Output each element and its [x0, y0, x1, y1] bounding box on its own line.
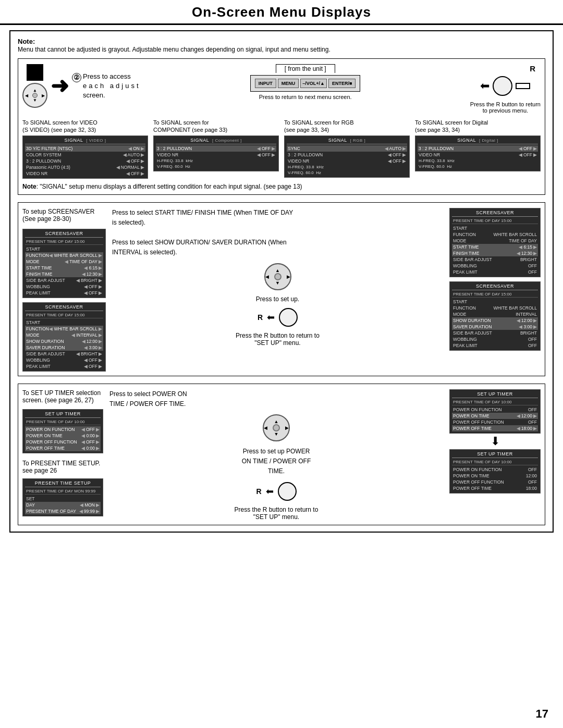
- mini-menu-row: PRESENT TIME OF DAY◀99:99▶: [25, 508, 101, 514]
- down-arrow-icon: ⬇: [491, 436, 500, 447]
- mini-menu-row: SHOW DURATION◀12:00▶: [452, 317, 538, 324]
- present-time-menu-subtitle: PRESENT TIME OF DAY MON 99:99: [25, 488, 101, 495]
- nav-left-group: ▲ ◀ ▶ ▼: [22, 64, 47, 108]
- ss-menu2-subtitle: PRESENT TIME OF DAY 15:00: [25, 312, 103, 318]
- mini-menu-row: PEAK LIMIT◀OFF▶: [25, 363, 103, 369]
- signal-col-digital: To SIGNAL screen for Digital(see page 33…: [415, 119, 541, 171]
- ss-right-menu2-title: SCREENSAVER: [452, 283, 538, 290]
- ss-menu1-title: SCREENSAVER: [25, 231, 103, 238]
- signal-note: Note: "SIGNAL" setup menu displays a dif…: [22, 183, 541, 190]
- mini-menu-row: SAVER DURATION◀3:00▶: [452, 324, 538, 330]
- signal-label-component: To SIGNAL screen forCOMPONENT (see page …: [153, 119, 279, 134]
- page-title: On-Screen Menu Displays: [192, 4, 371, 20]
- ss-menu2-title: SCREENSAVER: [25, 304, 103, 311]
- mini-menu-row: VIDEO NR◀OFF▶: [287, 158, 407, 164]
- mini-menu-freq: H-FREQ. 33.8 kHz: [418, 158, 538, 164]
- mini-menu-title-component: SIGNAL [ Component ]: [156, 138, 276, 144]
- mini-menu-row: START: [452, 225, 538, 231]
- input-button[interactable]: INPUT: [255, 79, 276, 88]
- r-label: R: [530, 64, 535, 73]
- signal-label-digital: To SIGNAL screen for Digital(see page 33…: [415, 119, 541, 134]
- mini-menu-row: VIDEO NR◀OFF▶: [418, 152, 538, 158]
- mini-menu-row: POWER ON FUNCTIONOFF: [452, 406, 538, 413]
- section-timer: To SET UP TIMER selectionscreen. (see pa…: [18, 384, 545, 525]
- timer-press-setup-text: Press to set up POWERON TIME / POWER OFF…: [242, 447, 311, 477]
- r-return-ss-text: Press the R button to return to"SET UP" …: [236, 332, 320, 347]
- menu-button[interactable]: MENU: [278, 79, 299, 88]
- mini-menu-row: START TIME◀6:15▶: [25, 265, 103, 271]
- signal-col-component: To SIGNAL screen forCOMPONENT (see page …: [153, 119, 279, 171]
- press-setup-text: Press to set up.: [256, 295, 299, 303]
- ss-setup-label: To setup SCREENSAVER(See page 28-30): [22, 208, 106, 223]
- ss-center: Press to select START TIME/ FINISH TIME …: [112, 208, 443, 347]
- section-signal: ▲ ◀ ▶ ▼ ➜: [18, 58, 545, 195]
- mini-menu-freq: V-FREQ. 60.0 Hz: [156, 164, 276, 169]
- nav-joystick-icon[interactable]: ▲ ◀ ▶ ▼: [22, 83, 47, 108]
- mini-menu-row: SIDE BAR ADJUST◀BRIGHT▶: [25, 351, 103, 357]
- timer-joystick-icon[interactable]: ▲ ◀ ▶ ▼: [263, 414, 290, 441]
- mini-menu-row: START: [25, 319, 103, 326]
- mini-menu-row: MODE◀INTERVAL▶: [25, 332, 103, 338]
- timer-right-menu2-subtitle: PRESENT TIME OF DAY 10:00: [452, 459, 538, 465]
- mini-menu-row: 3 : 2 PULLDOWN◀OFF▶: [287, 152, 407, 158]
- mini-menu-row: SIDE BAR ADJUST◀BRIGHT▶: [25, 277, 103, 283]
- ss-right-menu2-subtitle: PRESENT TIME OF DAY 15:00: [452, 291, 538, 298]
- mini-menu-row: FINISH TIME◀12:30▶: [25, 271, 103, 277]
- title-bar: On-Screen Menu Displays: [0, 0, 563, 25]
- mini-menu-digital: SIGNAL [ Digital ] 3 : 2 PULLDOWN◀OFF▶ V…: [415, 135, 541, 171]
- present-time-menu-title: PRESENT TIME SETUP: [25, 480, 101, 487]
- mini-menu-freq: V-FREQ. 60.0 Hz: [418, 164, 538, 169]
- mini-menu-row: WOBBLING◀OFF▶: [25, 357, 103, 363]
- arrow-left-ss-icon: ⬅: [267, 312, 275, 323]
- black-square-icon: [27, 64, 43, 81]
- mini-menu-row: 3 : 2 PULLDOWN◀OFF▶: [25, 158, 145, 164]
- timer-right-menu2-title: SET UP TIMER: [452, 451, 538, 458]
- mini-menu-component: SIGNAL [ Component ] 3 : 2 PULLDOWN◀OFF▶…: [153, 135, 279, 171]
- mini-menu-row: 3 : 2 PULLDOWN◀OFF▶: [418, 145, 538, 152]
- mini-menu-row: POWER OFF TIME◀0:00▶: [25, 445, 101, 451]
- timer-right-menus: SET UP TIMER PRESENT TIME OF DAY 10:00 P…: [449, 389, 541, 493]
- section-screensaver: To setup SCREENSAVER(See page 28-30) SCR…: [18, 202, 545, 376]
- timer-right-menu2: SET UP TIMER PRESENT TIME OF DAY 10:00 P…: [449, 449, 541, 493]
- ss-layout: To setup SCREENSAVER(See page 28-30) SCR…: [22, 208, 541, 372]
- mini-menu-row: SIDE BAR ADJUSTBRIGHT: [452, 256, 538, 263]
- mini-menu-row: POWER OFF FUNCTION◀OFF▶: [25, 439, 101, 445]
- main-content: Note: Menu that cannot be adjusted is gr…: [9, 30, 554, 533]
- mini-menu-row: WOBBLINGOFF: [452, 263, 538, 269]
- mini-menu-video: SIGNAL [ VIDEO ] 3D Y/C FILTER (NTSC)◀ON…: [22, 135, 148, 179]
- r-circle-icon[interactable]: [493, 76, 512, 96]
- unit-buttons: INPUT MENU –/VOL+/▲ ENTER/■: [250, 75, 361, 92]
- mini-menu-row: START: [25, 246, 103, 252]
- page-number: 17: [536, 707, 548, 721]
- ss-left: To setup SCREENSAVER(See page 28-30) SCR…: [22, 208, 106, 372]
- timer-menu1: SET UP TIMER PRESENT TIME OF DAY 10:00 P…: [22, 409, 103, 453]
- mini-menu-row: FUNCTIONWHITE BAR SCROLL: [452, 231, 538, 238]
- press-access-text: Press to accesseach adjustscreen.: [83, 72, 141, 101]
- ss-joystick-icon[interactable]: ▲ ◀ ▶ ▼: [264, 263, 291, 290]
- note-text: Menu that cannot be adjusted is grayout.…: [18, 46, 331, 53]
- mini-menu-row: SAVER DURATION◀3:00▶: [25, 344, 103, 351]
- mini-menu-title-rgb: SIGNAL [ RGB ]: [287, 138, 407, 144]
- mini-menu-row: DAY◀MON▶: [25, 502, 101, 508]
- mini-menu-row: 3D Y/C FILTER (NTSC)◀ON▶: [25, 145, 145, 152]
- signal-col-rgb: To SIGNAL screen for RGB(see page 33, 34…: [284, 119, 410, 178]
- mini-menu-row: 3 : 2 PULLDOWN◀OFF▶: [156, 145, 276, 152]
- vol-button[interactable]: –/VOL+/▲: [300, 79, 327, 88]
- ss-right-menus: SCREENSAVER PRESENT TIME OF DAY 15:00 ST…: [449, 208, 541, 351]
- mini-menu-title-video: SIGNAL [ VIDEO ]: [25, 138, 145, 144]
- mini-menu-row: SET: [25, 496, 101, 502]
- timer-right-menu1: SET UP TIMER PRESENT TIME OF DAY 10:00 P…: [449, 389, 541, 434]
- ss-right-menu2: SCREENSAVER PRESENT TIME OF DAY 15:00 ST…: [449, 281, 541, 351]
- ss-menu1: SCREENSAVER PRESENT TIME OF DAY 15:00 ST…: [22, 229, 106, 298]
- r-circle-ss-icon[interactable]: [279, 308, 298, 327]
- r-circle-timer-icon[interactable]: [278, 482, 297, 501]
- timer-setup-label: To SET UP TIMER selectionscreen. (see pa…: [22, 389, 103, 404]
- mini-menu-row: PEAK LIMITOFF: [452, 342, 538, 349]
- signal-screens-row: To SIGNAL screen for VIDEO(S VIDEO) (see…: [22, 119, 541, 179]
- enter-button[interactable]: ENTER/■: [328, 79, 356, 88]
- from-unit-area: [ from the unit ] INPUT MENU –/VOL+/▲ EN…: [151, 64, 460, 100]
- mini-menu-freq: H-FREQ. 33.8 kHz: [287, 164, 407, 170]
- mini-menu-row: VIDEO NR◀OFF▶: [25, 170, 145, 177]
- r-button[interactable]: [516, 83, 530, 89]
- mini-menu-row: POWER ON FUNCTIONOFF: [452, 466, 538, 473]
